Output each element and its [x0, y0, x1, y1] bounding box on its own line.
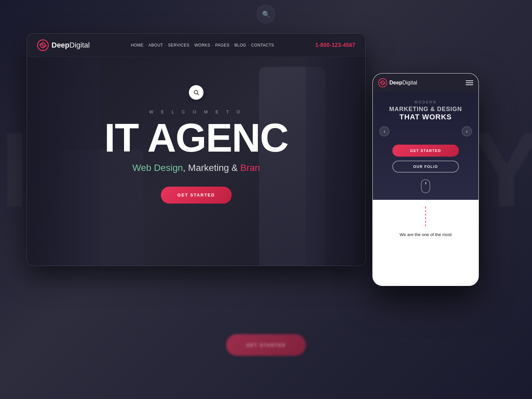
mobile-our-folio-button[interactable]: OUR FOLIO: [392, 161, 459, 173]
nav-about[interactable]: ABOUT: [149, 43, 163, 48]
search-icon: 🔍: [262, 10, 270, 18]
search-button-desktop[interactable]: [189, 85, 203, 100]
phone-number: 1-800-123-4567: [315, 42, 355, 48]
mobile-hero-title-line2: THAT WORKS: [379, 113, 472, 121]
get-started-button-desktop[interactable]: GET STARTED: [161, 187, 232, 203]
logo-icon: [37, 39, 49, 51]
mobile-logo-icon: [378, 78, 387, 87]
next-arrow[interactable]: ›: [462, 126, 472, 136]
hero-content: W E L C O M E T O IT AGENC Web Design, M…: [61, 109, 332, 203]
nav-works[interactable]: WORKS: [195, 43, 210, 48]
hamburger-menu[interactable]: [466, 80, 473, 85]
bg-text-y: Y: [471, 116, 532, 223]
welcome-text: W E L C O M E T O: [61, 109, 332, 114]
desktop-logo-text: DeepDigital: [52, 41, 90, 50]
mobile-logo[interactable]: DeepDigital: [378, 78, 417, 87]
mobile-mockup: DeepDigital MODERN MARKETING & DESIGN TH…: [372, 73, 479, 286]
desktop-navbar: DeepDigital HOME • ABOUT • SERVICES • WO…: [27, 34, 365, 57]
prev-arrow[interactable]: ‹: [379, 126, 389, 136]
mobile-hero-title-line1: MARKETING & DESIGN: [379, 106, 472, 113]
nav-services[interactable]: SERVICES: [168, 43, 189, 48]
desktop-logo[interactable]: DeepDigital: [37, 39, 90, 51]
mobile-logo-text: DeepDigital: [389, 80, 417, 86]
nav-home[interactable]: HOME: [131, 43, 144, 48]
hero-title: IT AGENC: [61, 118, 332, 158]
bg-get-started-button: GET Started: [226, 334, 306, 356]
dashed-divider: [425, 206, 426, 226]
mobile-about-text: We are the one of the most: [378, 231, 473, 238]
hero-subtitle: Web Design, Marketing & Bran: [61, 163, 332, 173]
desktop-mockup: DeepDigital HOME • ABOUT • SERVICES • WO…: [27, 33, 366, 266]
mobile-cta-buttons: GET STARTED OUR FOLIO: [379, 145, 472, 173]
top-search-circle[interactable]: 🔍: [257, 5, 275, 23]
mobile-hero-eyebrow: MODERN: [379, 100, 472, 104]
nav-blog[interactable]: BLOG: [234, 43, 246, 48]
mobile-navbar: DeepDigital: [373, 73, 478, 92]
mouse-scroll-dot: [425, 182, 426, 185]
svg-line-1: [197, 93, 199, 95]
desktop-nav-links: HOME • ABOUT • SERVICES • WORKS • PAGES …: [131, 43, 274, 48]
mobile-hero: MODERN MARKETING & DESIGN THAT WORKS ‹ ›…: [373, 92, 478, 200]
nav-pages[interactable]: PAGES: [215, 43, 229, 48]
mobile-about-section: We are the one of the most: [373, 200, 478, 245]
scroll-indicator: [421, 179, 430, 193]
nav-contacts[interactable]: CONTACTS: [251, 43, 274, 48]
bg-get-started-text: GET Started: [246, 342, 286, 348]
mobile-carousel-controls: ‹ ›: [379, 126, 472, 136]
mobile-get-started-button[interactable]: GET STARTED: [392, 145, 459, 157]
